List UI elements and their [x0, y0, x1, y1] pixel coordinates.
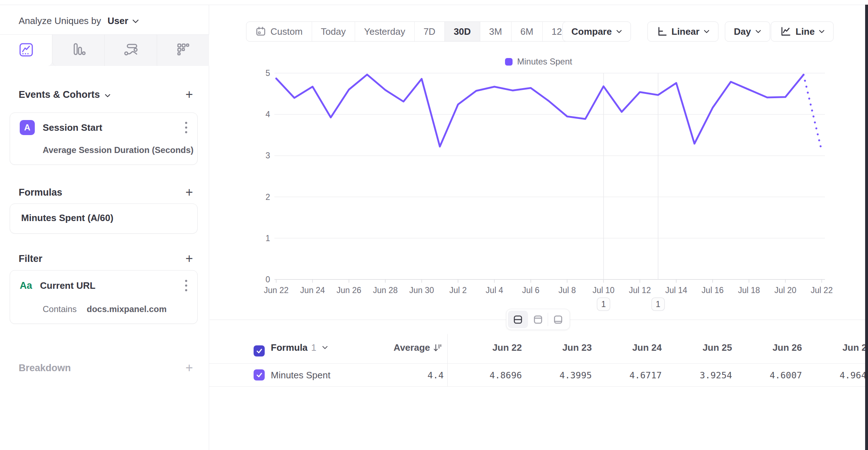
column-header-jun-23[interactable]: Jun 23	[534, 332, 592, 364]
add-filter-button[interactable]: +	[185, 252, 193, 265]
line-chart-icon	[18, 42, 34, 59]
chevron-down-icon	[755, 30, 761, 34]
date-range-label: 6M	[520, 26, 533, 37]
filter-value[interactable]: docs.mixpanel.com	[87, 304, 167, 314]
x-tick-label: Jul 18	[738, 286, 760, 295]
kebab-menu-icon[interactable]	[184, 278, 189, 293]
cell-value-jun-26: 4.6007	[745, 364, 802, 387]
y-tick-label: 3	[265, 151, 270, 160]
interval-label: Day	[734, 26, 751, 37]
date-range-today[interactable]: Today	[312, 22, 355, 41]
flow-icon	[123, 42, 139, 59]
split-view-icon	[512, 314, 524, 325]
x-tick-label: Jul 22	[811, 286, 832, 295]
cell-value-jun-27: 4.9640	[815, 364, 868, 387]
chevron-down-icon	[704, 30, 709, 34]
formulas-header: Formulas +	[19, 186, 193, 199]
event-title: Session Start	[43, 122, 102, 133]
table-only-view-toggle[interactable]	[548, 311, 568, 328]
analyze-uniques-control: Analyze Uniques by User	[19, 13, 139, 29]
x-tick-label: Jun 28	[373, 286, 398, 295]
chart-only-view-icon	[532, 314, 544, 325]
date-range-7d[interactable]: 7D	[415, 22, 445, 41]
filter-operator[interactable]: Contains	[43, 304, 77, 314]
bar-chart-icon	[70, 42, 87, 59]
filter-header: Filter +	[19, 252, 193, 265]
select-all-checkbox[interactable]	[254, 345, 265, 356]
x-tick-label: Jul 6	[522, 286, 540, 295]
average-column-header[interactable]: Average	[393, 332, 442, 364]
cell-value-jun-22: 4.8696	[464, 364, 522, 387]
cell-value-jun-24: 4.6717	[604, 364, 662, 387]
column-header-jun-24[interactable]: Jun 24	[604, 332, 662, 364]
interval-selector-button[interactable]: Day	[725, 21, 770, 42]
event-letter-badge: A	[20, 120, 35, 135]
date-range-label: 7D	[424, 26, 435, 37]
chart-canvas[interactable]: 012345Jun 22Jun 24Jun 26Jun 28Jun 30Jul …	[209, 68, 868, 319]
filter-title: Filter	[19, 253, 42, 264]
average-value: 4.4	[401, 364, 444, 387]
date-range-label: Yesterday	[364, 26, 405, 37]
date-range-6m[interactable]: 6M	[511, 22, 543, 41]
date-range-yesterday[interactable]: Yesterday	[355, 22, 415, 41]
x-tick-label: Jul 2	[449, 286, 467, 295]
analyze-value-dropdown[interactable]: User	[108, 15, 128, 27]
breakdown-header: Breakdown +	[19, 362, 193, 374]
tab-retention-grid[interactable]	[157, 35, 209, 66]
date-range-selector: CustomTodayYesterday7D30D3M6M12M	[246, 21, 579, 42]
event-aggregation[interactable]: Average Session Duration (Seconds)	[43, 145, 194, 155]
formula-card[interactable]: Minutes Spent (A/60)	[10, 204, 198, 234]
chart-only-view-toggle[interactable]	[528, 311, 548, 328]
x-tick-label: Jul 8	[558, 286, 576, 295]
series-line-minutes-spent[interactable]	[276, 75, 803, 147]
filter-condition[interactable]: Containsdocs.mixpanel.com	[43, 304, 166, 314]
kebab-menu-icon[interactable]	[184, 120, 189, 135]
date-range-3m[interactable]: 3M	[480, 22, 511, 41]
column-header-jun-27[interactable]: Jun 27	[815, 332, 868, 364]
y-tick-label: 4	[265, 110, 270, 119]
date-range-label: 30D	[454, 26, 471, 37]
column-header-jun-22[interactable]: Jun 22	[464, 332, 522, 364]
tab-line-chart[interactable]	[0, 35, 52, 66]
legend-swatch	[505, 58, 513, 66]
table-only-view-icon	[552, 314, 564, 325]
retention-grid-icon	[175, 42, 192, 59]
scale-selector-button[interactable]: Linear	[647, 21, 718, 42]
insights-report-page: Analyze Uniques by User	[0, 0, 868, 450]
chevron-down-icon	[322, 346, 328, 350]
results-table: Formula 1 Average Jun 22Jun 23Jun 24Jun …	[209, 332, 868, 393]
x-tick-label: Jul 12	[629, 286, 651, 295]
chevron-down-icon[interactable]	[104, 89, 111, 100]
add-formula-button[interactable]: +	[185, 186, 193, 199]
filter-card-current-url[interactable]: Aa Current URL Containsdocs.mixpanel.com	[10, 270, 198, 324]
table-column-divider	[447, 334, 448, 387]
chart-legend: Minutes Spent	[209, 57, 868, 67]
view-toggle-group	[506, 309, 570, 330]
event-card-session-start[interactable]: A Session Start Average Session Duration…	[10, 112, 198, 165]
add-breakdown-button[interactable]: +	[185, 362, 193, 374]
x-tick-label: Jul 10	[593, 286, 614, 295]
chevron-down-icon[interactable]	[132, 15, 139, 27]
add-event-button[interactable]: +	[185, 88, 193, 101]
tab-flow[interactable]	[105, 35, 157, 66]
window-edge	[865, 5, 868, 450]
compare-button[interactable]: Compare	[562, 21, 631, 42]
x-tick-label: Jun 22	[264, 286, 288, 295]
linear-scale-icon	[656, 26, 667, 37]
date-range-label: Today	[321, 26, 346, 37]
filter-property-name: Current URL	[40, 280, 96, 291]
cell-value-jun-25: 3.9254	[675, 364, 732, 387]
table-header-row: Formula 1 Average Jun 22Jun 23Jun 24Jun …	[209, 332, 868, 364]
column-header-jun-25[interactable]: Jun 25	[675, 332, 732, 364]
x-tick-label: Jun 26	[336, 286, 361, 295]
x-tick-label: Jul 20	[774, 286, 796, 295]
tab-bar-chart[interactable]	[52, 35, 105, 66]
formula-group-header[interactable]: Formula 1	[271, 332, 328, 364]
split-view-toggle[interactable]	[508, 311, 528, 328]
column-header-jun-26[interactable]: Jun 26	[745, 332, 802, 364]
date-range-custom[interactable]: Custom	[246, 22, 312, 41]
x-tick-label: Jun 24	[300, 286, 325, 295]
row-checkbox[interactable]	[254, 369, 265, 380]
date-range-30d[interactable]: 30D	[445, 22, 480, 41]
chart-type-selector-button[interactable]: Line	[771, 21, 834, 42]
